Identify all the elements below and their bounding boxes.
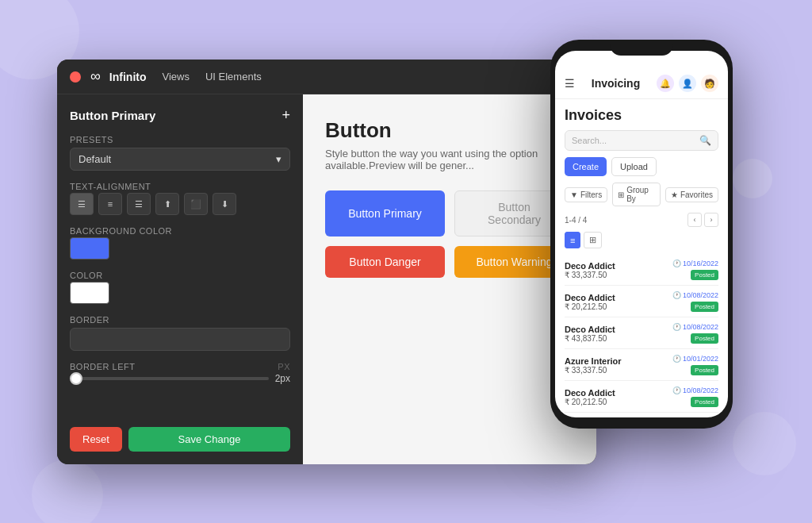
invoice-item[interactable]: Deco Addict ₹ 33,337.50 🕐 10/16/2022 Pos… bbox=[565, 255, 718, 286]
border-input[interactable]: #00ffff bbox=[70, 328, 290, 351]
invoice-item[interactable]: Deco Addict ₹ 20,212.50 🕐 10/08/2022 Pos… bbox=[565, 382, 718, 413]
color-section: Color bbox=[70, 271, 290, 304]
bg-color-swatch[interactable] bbox=[70, 237, 109, 260]
title-bar: ∞ Infinito Views UI Elements bbox=[57, 60, 596, 94]
favorites-chip[interactable]: ★ Favorites bbox=[665, 187, 718, 202]
align-left-button[interactable]: ☰ bbox=[70, 193, 94, 215]
hamburger-icon[interactable]: ☰ bbox=[565, 77, 575, 90]
phone-screen: ☰ Invoicing 🔔 👤 🧑 Invoices bbox=[555, 51, 728, 417]
status-badge: Posted bbox=[691, 333, 718, 344]
nav-views[interactable]: Views bbox=[163, 71, 190, 83]
color-label: Color bbox=[70, 271, 290, 280]
invoice-company: Deco Addict bbox=[565, 325, 615, 334]
invoice-right: 🕐 10/08/2022 Posted bbox=[672, 386, 718, 407]
border-left-label: Border Left bbox=[70, 362, 136, 371]
align-middle-button[interactable]: ⬛ bbox=[184, 193, 208, 215]
header-icon-3[interactable]: 🧑 bbox=[701, 75, 718, 92]
invoice-right: 🕐 10/16/2022 Posted bbox=[672, 260, 718, 280]
invoice-page-title: Invoices bbox=[565, 107, 718, 124]
next-page-button[interactable]: › bbox=[704, 213, 718, 227]
favorites-label: Favorites bbox=[680, 190, 713, 199]
filter-row: ▼ Filters ⊞ Group By ★ Favorites bbox=[565, 183, 718, 206]
status-badge: Posted bbox=[691, 397, 718, 407]
upload-button[interactable]: Upload bbox=[611, 157, 657, 176]
add-button[interactable]: + bbox=[282, 107, 290, 124]
group-by-chip[interactable]: ⊞ Group By bbox=[612, 183, 661, 206]
laptop-frame: ∞ Infinito Views UI Elements Button Prim… bbox=[57, 60, 596, 464]
list-view-button[interactable]: ≡ bbox=[565, 232, 580, 248]
prev-page-button[interactable]: ‹ bbox=[688, 213, 702, 227]
color-swatch[interactable] bbox=[70, 282, 109, 304]
invoice-item[interactable]: Azure Interior ₹ 33,337.50 🕐 10/01/2022 … bbox=[565, 350, 718, 381]
invoice-amount: ₹ 20,212.50 bbox=[565, 302, 615, 311]
filters-label: Filters bbox=[580, 190, 602, 199]
search-icon: 🔍 bbox=[699, 135, 711, 146]
invoice-item[interactable]: Deco Addict ₹ 20,212.50 🕐 10/08/2022 Pos… bbox=[565, 286, 718, 317]
invoice-company: Deco Addict bbox=[565, 388, 615, 398]
action-buttons: Reset Save Change bbox=[70, 417, 290, 452]
invoice-date: 🕐 10/08/2022 bbox=[672, 386, 718, 394]
buttons-preview: Button Primary Button Secondary Button D… bbox=[325, 190, 574, 278]
save-button[interactable]: Save Change bbox=[128, 427, 290, 452]
view-toggle: ≡ ⊞ bbox=[565, 232, 718, 248]
invoice-left: Deco Addict ₹ 33,337.50 bbox=[565, 261, 615, 279]
preset-select[interactable]: Default ▾ bbox=[70, 148, 290, 171]
search-box[interactable]: Search... 🔍 bbox=[565, 130, 718, 151]
reset-button[interactable]: Reset bbox=[70, 427, 122, 452]
align-center-icon: ≡ bbox=[108, 199, 113, 209]
page-nav: ‹ › bbox=[688, 213, 718, 227]
grid-view-button[interactable]: ⊞ bbox=[584, 232, 602, 248]
content-desc: Style button the way you want using the … bbox=[325, 148, 574, 171]
bg-decor-circle-4 bbox=[32, 460, 103, 523]
bg-decor-circle-3 bbox=[733, 159, 772, 198]
presets-section: Presets Default ▾ bbox=[70, 135, 290, 171]
group-label: Group By bbox=[626, 186, 655, 203]
align-bottom-icon: ⬇ bbox=[221, 199, 228, 210]
alignment-section: Text-alignment ☰ ≡ ☰ ⬆ ⬛ bbox=[70, 182, 290, 215]
bg-color-row bbox=[70, 237, 290, 260]
button-primary-preview[interactable]: Button Primary bbox=[325, 190, 445, 237]
presets-label: Presets bbox=[70, 135, 290, 144]
bg-color-section: Background Color bbox=[70, 226, 290, 260]
color-row bbox=[70, 282, 290, 304]
align-top-icon: ⬆ bbox=[164, 199, 171, 210]
header-icon-2[interactable]: 👤 bbox=[679, 75, 696, 92]
sidebar-title: Button Primary bbox=[70, 109, 155, 122]
close-button[interactable] bbox=[70, 71, 81, 83]
border-left-slider[interactable]: 2px bbox=[70, 373, 290, 384]
align-center-button[interactable]: ≡ bbox=[98, 193, 122, 215]
align-bottom-button[interactable]: ⬇ bbox=[213, 193, 236, 215]
alignment-row: ☰ ≡ ☰ ⬆ ⬛ ⬇ bbox=[70, 193, 290, 215]
invoice-app-header: ☰ Invoicing 🔔 👤 🧑 bbox=[555, 68, 728, 99]
invoice-left: Deco Addict ₹ 20,212.50 bbox=[565, 388, 615, 406]
button-danger-preview[interactable]: Button Danger bbox=[325, 246, 445, 278]
header-icon-1[interactable]: 🔔 bbox=[657, 75, 674, 92]
invoice-content: Invoices Search... 🔍 Create Upload ▼ Fil… bbox=[555, 99, 728, 417]
group-icon: ⊞ bbox=[618, 190, 624, 199]
align-top-button[interactable]: ⬆ bbox=[155, 193, 179, 215]
invoice-item[interactable]: Deco Addict ₹ 43,837.50 🕐 10/08/2022 Pos… bbox=[565, 413, 718, 417]
invoice-left: Deco Addict ₹ 20,212.50 bbox=[565, 293, 615, 311]
star-icon: ★ bbox=[671, 190, 678, 199]
invoice-company: Deco Addict bbox=[565, 261, 615, 271]
filters-chip[interactable]: ▼ Filters bbox=[565, 187, 607, 202]
nav-ui-elements[interactable]: UI Elements bbox=[205, 71, 262, 83]
border-section: Border #00ffff bbox=[70, 315, 290, 351]
status-badge: Posted bbox=[691, 270, 718, 280]
invoice-item[interactable]: Deco Addict ₹ 43,837.50 🕐 10/08/2022 Pos… bbox=[565, 318, 718, 349]
pagination-row: 1-4 / 4 ‹ › bbox=[565, 213, 718, 227]
slider-thumb[interactable] bbox=[70, 372, 82, 385]
alignment-label: Text-alignment bbox=[70, 182, 290, 191]
border-left-section: Border Left px 2px bbox=[70, 362, 290, 384]
invoice-app: ☰ Invoicing 🔔 👤 🧑 Invoices bbox=[555, 51, 728, 417]
align-right-icon: ☰ bbox=[135, 199, 143, 210]
bg-color-label: Background Color bbox=[70, 226, 290, 236]
status-badge: Posted bbox=[691, 365, 718, 375]
align-right-button[interactable]: ☰ bbox=[127, 193, 151, 215]
create-button[interactable]: Create bbox=[565, 157, 607, 176]
status-badge: Posted bbox=[691, 302, 718, 312]
clock-icon: 🕐 bbox=[672, 355, 681, 363]
main-layout: Button Primary + Presets Default ▾ Text-… bbox=[57, 94, 596, 464]
header-icons: 🔔 👤 🧑 bbox=[657, 75, 718, 92]
phone-frame: ☰ Invoicing 🔔 👤 🧑 Invoices bbox=[550, 40, 733, 429]
